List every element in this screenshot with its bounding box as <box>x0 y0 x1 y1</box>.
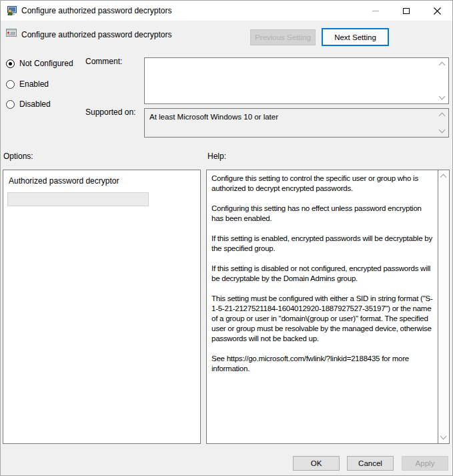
radio-circle <box>6 59 15 68</box>
chevron-up-icon[interactable] <box>439 113 446 120</box>
options-section-label: Options: <box>3 152 33 161</box>
radio-not-configured[interactable]: Not Configured <box>6 59 73 68</box>
help-paragraph: Configure this setting to control the sp… <box>211 174 434 194</box>
radio-label: Enabled <box>19 79 49 89</box>
authorized-decryptor-label: Authorized password decryptor <box>9 176 119 186</box>
help-section-label: Help: <box>207 152 226 161</box>
cancel-button[interactable]: Cancel <box>347 456 394 471</box>
close-icon <box>434 7 441 15</box>
radio-circle <box>6 80 15 89</box>
maximize-button[interactable] <box>391 1 422 21</box>
radio-enabled[interactable]: Enabled <box>6 79 49 89</box>
chevron-up-icon[interactable] <box>440 174 447 181</box>
authorized-decryptor-input <box>7 192 149 206</box>
group-policy-app-icon <box>7 5 17 16</box>
comment-input[interactable] <box>145 58 448 103</box>
minimize-icon <box>372 11 379 11</box>
title-bar: Configure authorized password decryptors <box>1 1 452 21</box>
maximize-icon <box>403 8 410 14</box>
window-title: Configure authorized password decryptors <box>21 6 171 15</box>
ok-button[interactable]: OK <box>293 456 340 471</box>
previous-setting-button: Previous Setting <box>250 29 316 45</box>
radio-label: Disabled <box>19 99 51 109</box>
help-paragraph: If this setting is disabled or not confi… <box>211 264 434 284</box>
help-text: Configure this setting to control the sp… <box>207 170 438 443</box>
help-panel: Configure this setting to control the sp… <box>206 170 450 444</box>
chevron-down-icon[interactable] <box>440 433 447 440</box>
chevron-down-icon[interactable] <box>439 127 446 134</box>
setting-name: Configure authorized password decryptors <box>21 30 171 39</box>
radio-disabled[interactable]: Disabled <box>6 99 51 109</box>
close-button[interactable] <box>422 1 452 21</box>
help-paragraph: This setting must be configured with eit… <box>211 294 434 344</box>
next-setting-button[interactable]: Next Setting <box>322 28 389 46</box>
help-paragraph: Configuring this setting has no effect u… <box>211 204 434 224</box>
policy-setting-dialog: Configure authorized password decryptors… <box>0 0 453 476</box>
radio-label: Not Configured <box>19 59 73 68</box>
options-panel: Authorized password decryptor <box>3 170 201 444</box>
help-paragraph: See https://go.microsoft.com/fwlink/?lin… <box>211 354 434 374</box>
help-paragraph: If this setting is enabled, encrypted pa… <box>211 234 434 254</box>
apply-button: Apply <box>402 456 448 471</box>
radio-circle <box>6 100 15 109</box>
policy-setting-icon <box>6 27 17 38</box>
supported-on-label: Supported on: <box>85 107 135 117</box>
minimize-button <box>360 1 391 21</box>
help-scrollbar[interactable] <box>438 170 449 443</box>
supported-on-box: At least Microsoft Windows 10 or later <box>144 108 449 138</box>
supported-on-value: At least Microsoft Windows 10 or later <box>149 113 278 121</box>
caption-buttons <box>360 1 452 21</box>
comment-label: Comment: <box>85 57 122 66</box>
comment-box <box>144 57 449 104</box>
